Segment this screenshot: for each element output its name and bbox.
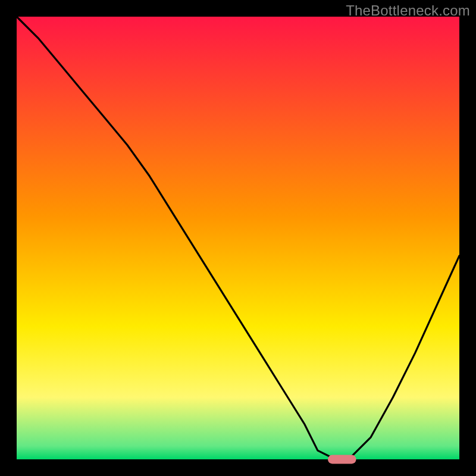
selected-point-marker — [328, 455, 356, 464]
watermark-text: TheBottleneck.com — [346, 2, 470, 19]
chart-container: TheBottleneck.com — [0, 0, 476, 476]
plot-background — [17, 17, 459, 459]
chart-svg — [0, 0, 476, 476]
